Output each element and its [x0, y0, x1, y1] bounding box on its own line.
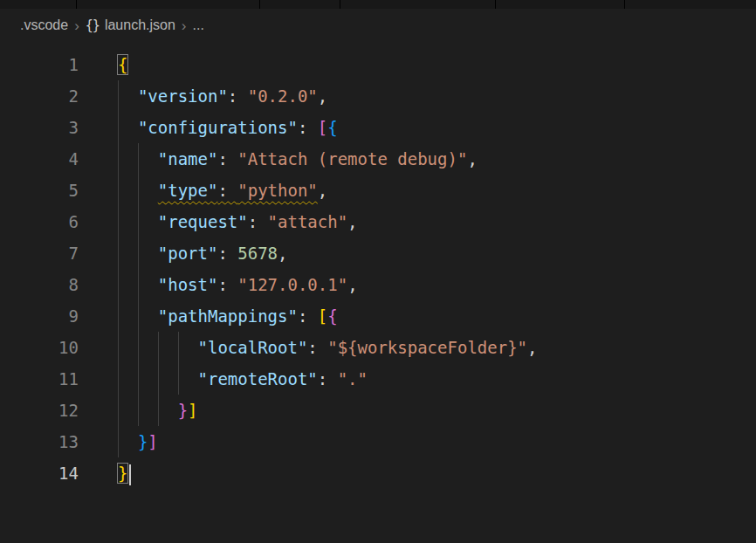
code-line[interactable]: 2"version": "0.2.0",: [0, 80, 756, 112]
indent-guide: [118, 332, 138, 363]
code-line[interactable]: 12}]: [0, 395, 756, 426]
code-token: "pathMappings": [158, 306, 298, 326]
code-token: [: [318, 306, 327, 326]
code-line[interactable]: 3"configurations": [{: [0, 112, 756, 143]
indent-guide: [138, 143, 158, 175]
line-number[interactable]: 10: [0, 332, 79, 363]
code-area: 1{2"version": "0.2.0",3"configurations":…: [0, 49, 756, 489]
code-token: {: [327, 306, 337, 326]
line-content: "pathMappings": [{: [79, 300, 338, 332]
line-number[interactable]: 4: [0, 143, 79, 175]
line-number[interactable]: 12: [0, 395, 79, 426]
line-number[interactable]: 6: [0, 206, 79, 237]
code-token: :: [298, 306, 318, 326]
indent-guide: [138, 206, 158, 237]
line-number[interactable]: 1: [0, 49, 79, 80]
code-token: }: [118, 464, 127, 483]
code-token: "configurations": [138, 118, 298, 137]
line-number[interactable]: 8: [0, 269, 79, 300]
line-number[interactable]: 2: [0, 80, 79, 112]
code-token: "host": [158, 275, 218, 294]
code-token: :: [298, 118, 318, 137]
json-braces-icon: {}: [86, 17, 100, 33]
code-line[interactable]: 1{: [0, 49, 756, 80]
code-line[interactable]: 7"port": 5678,: [0, 237, 756, 269]
tab-bar: [0, 0, 756, 9]
code-token: ,: [318, 86, 327, 106]
indent-guide: [118, 426, 138, 457]
code-token: ,: [278, 244, 287, 263]
line-number[interactable]: 13: [0, 426, 79, 457]
breadcrumb-item[interactable]: .vscode: [20, 17, 68, 33]
code-line[interactable]: 13}]: [0, 426, 756, 457]
breadcrumb-label: launch.json: [105, 17, 175, 33]
tab-stub[interactable]: [77, 0, 260, 9]
line-number[interactable]: 11: [0, 363, 79, 395]
line-content: }]: [79, 395, 198, 426]
code-token: :: [217, 244, 237, 263]
code-token: "remoteRoot": [198, 369, 318, 388]
indent-guide: [118, 112, 138, 143]
code-token: "request": [158, 212, 248, 231]
code-line[interactable]: 9"pathMappings": [{: [0, 300, 756, 332]
code-line[interactable]: 14}: [0, 457, 756, 489]
line-content: "remoteRoot": ".": [79, 363, 368, 395]
line-content: "host": "127.0.0.1",: [79, 269, 358, 300]
indent-guide: [158, 332, 178, 363]
indent-guide: [178, 363, 198, 395]
code-line[interactable]: 5"type": "python",: [0, 175, 756, 206]
code-token: }: [178, 401, 188, 420]
tab-stub[interactable]: [340, 0, 496, 9]
code-token: "${workspaceFolder}": [327, 338, 527, 357]
line-content: "request": "attach",: [79, 206, 358, 237]
indent-guide: [118, 175, 138, 206]
tab-stub[interactable]: [0, 0, 77, 9]
indent-guide: [158, 395, 178, 426]
breadcrumb-separator-icon: ›: [74, 18, 79, 33]
breadcrumb-label: ...: [193, 17, 204, 33]
indent-guide: [178, 332, 198, 363]
indent-guide: [118, 395, 138, 426]
line-content: "version": "0.2.0",: [79, 80, 327, 112]
line-number[interactable]: 9: [0, 300, 79, 332]
indent-guide: [138, 269, 158, 300]
tab-stub[interactable]: [260, 0, 340, 9]
line-content: "localRoot": "${workspaceFolder}",: [79, 332, 537, 363]
code-token: ,: [347, 275, 357, 294]
line-content: "port": 5678,: [79, 237, 288, 269]
code-token: ,: [347, 212, 357, 231]
tab-stub[interactable]: [496, 0, 625, 9]
indent-guide: [118, 80, 138, 112]
code-token: "localRoot": [198, 338, 308, 357]
tab-stub[interactable]: [625, 0, 756, 9]
line-content: {: [79, 49, 127, 80]
indent-guide: [138, 175, 158, 206]
breadcrumb-item[interactable]: ...: [193, 17, 204, 33]
code-token: ".": [338, 369, 368, 388]
code-line[interactable]: 11"remoteRoot": ".": [0, 363, 756, 395]
code-line[interactable]: 10"localRoot": "${workspaceFolder}",: [0, 332, 756, 363]
indent-guide: [138, 395, 158, 426]
code-token: {: [118, 55, 127, 74]
breadcrumb-separator-icon: ›: [182, 18, 187, 33]
code-line[interactable]: 4"name": "Attach (remote debug)",: [0, 143, 756, 175]
code-token: "Attach (remote debug)": [237, 149, 467, 168]
code-token: :: [217, 275, 237, 294]
code-line[interactable]: 6"request": "attach",: [0, 206, 756, 237]
editor[interactable]: 1{2"version": "0.2.0",3"configurations":…: [0, 42, 756, 489]
code-token: :: [217, 181, 237, 200]
breadcrumb-item[interactable]: {}launch.json: [86, 17, 175, 33]
line-content: }: [79, 457, 131, 489]
line-number[interactable]: 14: [0, 457, 79, 489]
code-token: {: [327, 118, 337, 137]
code-token: "port": [158, 244, 218, 263]
indent-guide: [118, 363, 138, 395]
line-number[interactable]: 5: [0, 175, 79, 206]
breadcrumb-label: .vscode: [20, 17, 68, 33]
indent-guide: [138, 363, 158, 395]
line-number[interactable]: 3: [0, 112, 79, 143]
code-token: ,: [467, 149, 477, 168]
code-line[interactable]: 8"host": "127.0.0.1",: [0, 269, 756, 300]
code-token: [: [318, 118, 327, 137]
line-number[interactable]: 7: [0, 237, 79, 269]
